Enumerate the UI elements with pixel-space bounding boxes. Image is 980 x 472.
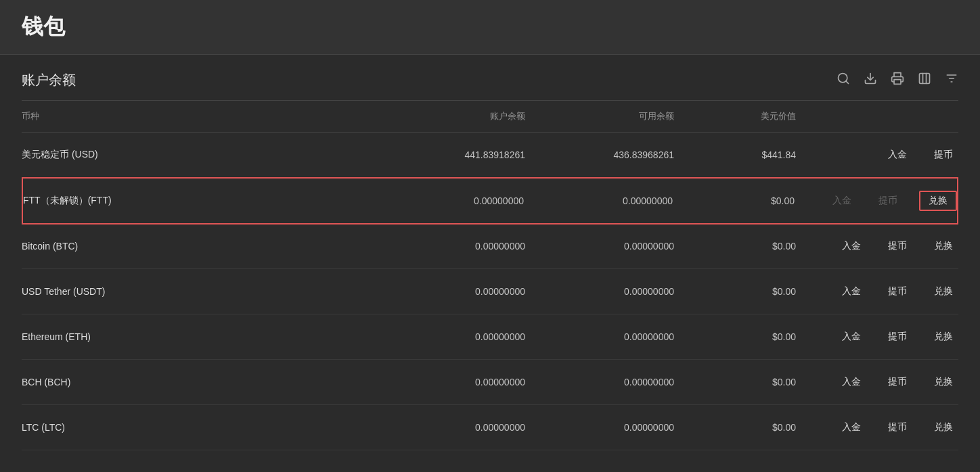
currency-name: USD Tether (USDT): [22, 286, 376, 297]
balance-value: 441.83918261: [376, 149, 525, 160]
currency-name: Ethereum (ETH): [22, 331, 376, 342]
table-row: LTC (LTC) 0.00000000 0.00000000 $0.00 入金…: [22, 405, 958, 450]
deposit-button[interactable]: 入金: [837, 237, 866, 255]
col-balance-header: 账户余额: [376, 110, 525, 122]
row-actions: 入金 提币 兑换: [796, 237, 958, 255]
balance-value: 0.00000000: [376, 241, 525, 252]
exchange-button[interactable]: 兑换: [929, 328, 958, 346]
usd-value: $0.00: [674, 331, 796, 342]
available-value: 0.00000000: [525, 331, 674, 342]
usd-value: $0.00: [674, 286, 796, 297]
deposit-button[interactable]: 入金: [837, 373, 866, 391]
table-row: Bitcoin (BTC) 0.00000000 0.00000000 $0.0…: [22, 224, 958, 269]
download-icon[interactable]: [864, 72, 877, 89]
deposit-button[interactable]: 入金: [837, 328, 866, 346]
table-header: 币种 账户余额 可用余额 美元价值: [22, 101, 958, 133]
svg-rect-4: [920, 74, 930, 84]
balance-value: 0.00000000: [376, 422, 525, 433]
col-usdvalue-header: 美元价值: [674, 110, 796, 122]
exchange-button[interactable]: 兑换: [929, 283, 958, 300]
row-actions: 入金 提币 兑换: [796, 283, 958, 300]
row-actions: 入金 提币 兑换: [795, 191, 957, 211]
section-header: 账户余额: [22, 55, 958, 101]
deposit-button[interactable]: 入金: [837, 419, 866, 436]
main-content: 账户余额: [0, 55, 980, 450]
print-icon[interactable]: [891, 72, 904, 89]
deposit-button-disabled: 入金: [827, 192, 857, 210]
currency-name: LTC (LTC): [22, 422, 376, 433]
toolbar-icons: [837, 72, 958, 89]
table-row-ftt: FTT（未解锁）(FTT) 0.00000000 0.00000000 $0.0…: [22, 177, 958, 225]
currency-name: 美元稳定币 (USD): [22, 149, 376, 161]
page-title: 钱包: [22, 12, 958, 42]
section-title: 账户余额: [22, 71, 76, 89]
deposit-button[interactable]: 入金: [837, 283, 866, 300]
exchange-button[interactable]: 兑换: [929, 419, 958, 436]
available-value: 436.83968261: [525, 149, 674, 160]
currency-name: Bitcoin (BTC): [22, 241, 376, 252]
row-actions: 入金 提币 兑换: [796, 419, 958, 436]
usd-value: $0.00: [674, 422, 796, 433]
usd-value: $0.00: [674, 241, 796, 252]
table-row: USD Tether (USDT) 0.00000000 0.00000000 …: [22, 269, 958, 314]
available-value: 0.00000000: [525, 422, 674, 433]
available-value: 0.00000000: [525, 377, 674, 387]
row-actions: 入金 提币 兑换: [796, 373, 958, 391]
search-icon[interactable]: [837, 72, 850, 89]
withdraw-button[interactable]: 提币: [883, 373, 912, 391]
withdraw-button[interactable]: 提币: [883, 237, 912, 255]
page-header: 钱包: [0, 0, 980, 55]
withdraw-button[interactable]: 提币: [883, 419, 912, 436]
balance-value: 0.00000000: [375, 195, 524, 206]
filter-icon[interactable]: [945, 72, 958, 89]
exchange-button-highlighted[interactable]: 兑换: [919, 191, 957, 211]
withdraw-button-disabled: 提币: [873, 192, 903, 210]
table-container: 币种 账户余额 可用余额 美元价值 美元稳定币 (USD) 441.839182…: [22, 101, 958, 450]
currency-name: BCH (BCH): [22, 377, 376, 387]
balance-value: 0.00000000: [376, 286, 525, 297]
table-row: BCH (BCH) 0.00000000 0.00000000 $0.00 入金…: [22, 360, 958, 405]
svg-line-1: [846, 81, 849, 84]
col-currency-header: 币种: [22, 110, 376, 122]
balance-value: 0.00000000: [376, 331, 525, 342]
withdraw-button[interactable]: 提币: [883, 283, 912, 300]
withdraw-button[interactable]: 提币: [929, 146, 958, 164]
exchange-button[interactable]: 兑换: [929, 237, 958, 255]
deposit-button[interactable]: 入金: [883, 146, 912, 164]
currency-name: FTT（未解锁）(FTT): [23, 195, 375, 207]
usd-value: $0.00: [674, 377, 796, 387]
available-value: 0.00000000: [524, 195, 673, 206]
svg-rect-3: [894, 80, 901, 85]
exchange-button[interactable]: 兑换: [929, 373, 958, 391]
columns-icon[interactable]: [918, 72, 931, 89]
balance-value: 0.00000000: [376, 377, 525, 387]
row-actions: 入金 提币 兑换: [796, 328, 958, 346]
usd-value: $441.84: [674, 149, 796, 160]
usd-value: $0.00: [673, 195, 795, 206]
col-actions-header: [796, 110, 958, 122]
col-available-header: 可用余额: [525, 110, 674, 122]
available-value: 0.00000000: [525, 241, 674, 252]
withdraw-button[interactable]: 提币: [883, 328, 912, 346]
available-value: 0.00000000: [525, 286, 674, 297]
table-row: 美元稳定币 (USD) 441.83918261 436.83968261 $4…: [22, 133, 958, 178]
row-actions: 入金 提币: [796, 146, 958, 164]
table-row: Ethereum (ETH) 0.00000000 0.00000000 $0.…: [22, 314, 958, 360]
